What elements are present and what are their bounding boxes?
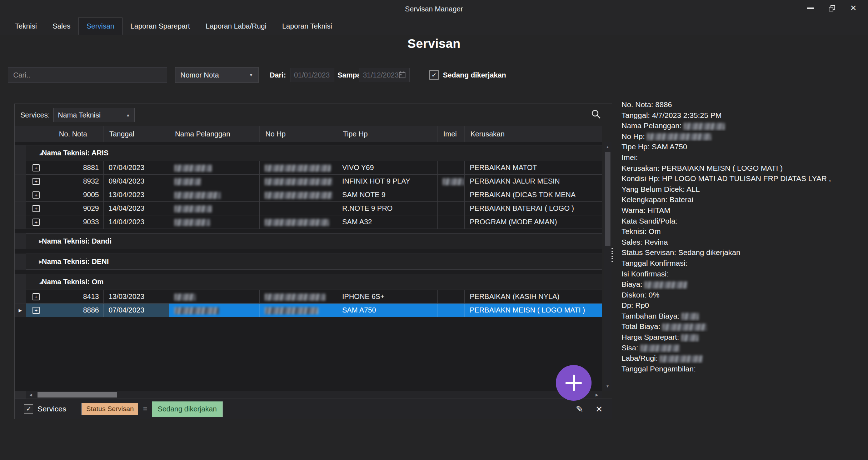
filter-field-badge[interactable]: Status Servisan xyxy=(81,403,138,415)
expand-icon[interactable]: ▶ xyxy=(39,239,43,244)
group-row[interactable]: ▶Nama Teknisi: Dandi xyxy=(15,233,602,249)
redacted-value xyxy=(174,165,212,172)
column-header-tanggal[interactable]: Tanggal xyxy=(104,126,169,142)
table-row[interactable]: +888107/04/2023VIVO Y69PERBAIKAN MATOT xyxy=(15,161,602,175)
date-from-value: 01/01/2023 xyxy=(294,71,330,79)
redacted-value xyxy=(647,133,711,140)
row-expand-button[interactable]: + xyxy=(26,202,53,215)
horizontal-scroll-thumb[interactable] xyxy=(38,392,117,398)
detail-line: Biaya: xyxy=(622,279,867,290)
column-header-kerusakan[interactable]: Kerusakan xyxy=(465,126,602,142)
table-row[interactable]: ▶+888607/04/2023SAM A750PERBAIAKN MEISN … xyxy=(15,304,602,317)
column-header-no-hp[interactable]: No Hp xyxy=(260,126,337,142)
edit-filter-icon[interactable]: ✎ xyxy=(576,404,583,414)
expand-plus-icon: + xyxy=(33,293,40,300)
row-expand-button[interactable]: + xyxy=(26,188,53,202)
redacted-value xyxy=(174,192,221,199)
redacted-value xyxy=(662,324,707,331)
row-indicator-cell xyxy=(15,254,26,270)
group-row[interactable]: ◢Nama Teknisi: Om xyxy=(15,274,602,290)
column-header-imei[interactable]: Imei xyxy=(438,126,465,142)
cell-kerusakan: PERBAIAKN MEISN ( LOGO MATI ) xyxy=(465,304,602,317)
status-filter-checkbox[interactable]: ✓ xyxy=(429,70,439,80)
group-row[interactable]: ▶Nama Teknisi: DENI xyxy=(15,254,602,270)
cell-imei xyxy=(438,304,465,317)
expand-plus-icon: + xyxy=(33,191,40,199)
cell-imei xyxy=(438,175,465,188)
row-expand-button[interactable]: + xyxy=(26,161,53,175)
redacted-value xyxy=(265,307,318,314)
table-row[interactable]: +903314/04/2023SAM A32PROGRAM (MODE AMAN… xyxy=(15,215,602,229)
group-by-chip[interactable]: Nama Teknisi ▲ xyxy=(53,108,135,122)
table-row[interactable]: +902914/04/2023R.NOTE 9 PROPERBAIAKN BAT… xyxy=(15,202,602,215)
collapse-icon[interactable]: ◢ xyxy=(39,150,43,156)
detail-line: Tanggal Pengambilan: xyxy=(622,364,867,374)
cell-imei xyxy=(438,188,465,202)
redacted-value xyxy=(174,178,201,185)
group-title: Nama Teknisi: Dandi xyxy=(42,237,111,245)
row-expand-button[interactable]: + xyxy=(26,175,53,188)
grid-search-button[interactable] xyxy=(590,109,601,121)
detail-line: Isi Konfirmasi: xyxy=(622,269,867,279)
detail-line: Total Biaya: xyxy=(622,321,867,332)
column-header-blank[interactable] xyxy=(15,126,26,142)
clear-filter-icon[interactable]: ✕ xyxy=(595,404,603,414)
redacted-value xyxy=(640,345,680,352)
scroll-right-icon[interactable]: ▶ xyxy=(592,391,602,399)
servisan-manager-window: Servisan Manager ✕ TeknisiSalesServisanL… xyxy=(0,0,868,460)
cell-no-hp xyxy=(260,215,337,229)
tab-laporan-laba-rugi[interactable]: Laporan Laba/Rugi xyxy=(198,19,274,35)
row-expand-button[interactable]: + xyxy=(26,304,53,317)
expand-plus-icon: + xyxy=(33,205,40,212)
vertical-scroll-thumb[interactable] xyxy=(605,152,610,246)
detail-line: Kelengkapan: Baterai xyxy=(622,194,867,205)
services-filter-label: Services xyxy=(38,405,66,413)
detail-line: Yang Belum Dicek: ALL xyxy=(622,184,867,195)
table-row[interactable]: +841313/03/2023IPHONE 6S+PERBAIKAN (KASI… xyxy=(15,290,602,304)
close-button[interactable]: ✕ xyxy=(845,0,862,16)
tab-laporan-sparepart[interactable]: Laporan Sparepart xyxy=(123,19,198,35)
scroll-left-icon[interactable]: ◀ xyxy=(26,391,35,399)
row-expand-button[interactable]: + xyxy=(26,290,53,304)
tab-laporan-teknisi[interactable]: Laporan Teknisi xyxy=(274,19,340,35)
row-expand-button[interactable]: + xyxy=(26,215,53,229)
horizontal-scrollbar[interactable]: ◀ ▶ xyxy=(15,391,602,399)
row-indicator-cell xyxy=(15,188,26,202)
table-row[interactable]: +900513/04/2023SAM NOTE 9PERBAIKAN (DICA… xyxy=(15,188,602,202)
cell-nama-pelanggan xyxy=(169,304,260,317)
column-header-tipe-hp[interactable]: Tipe Hp xyxy=(337,126,438,142)
group-header: ◢Nama Teknisi: ARIS xyxy=(26,145,602,161)
cell-kerusakan: PERBAIKAN MATOT xyxy=(465,161,602,175)
redacted-value xyxy=(443,178,465,185)
date-to-field[interactable]: 31/12/2023 xyxy=(359,68,410,82)
scroll-up-icon[interactable]: ▲ xyxy=(604,143,612,151)
add-button[interactable] xyxy=(556,365,592,401)
minimize-button[interactable] xyxy=(802,0,819,16)
tab-teknisi[interactable]: Teknisi xyxy=(7,19,45,35)
vertical-scrollbar[interactable]: ▲ ▼ xyxy=(604,142,612,391)
detail-line: Tanggal: 4/7/2023 2:35:25 PM xyxy=(622,110,867,121)
services-filter-checkbox[interactable]: ✓ xyxy=(24,404,33,414)
date-from-field[interactable]: 01/01/2023 xyxy=(290,68,334,82)
redacted-value xyxy=(644,281,687,289)
panel-splitter-handle[interactable] xyxy=(612,248,613,263)
restore-button[interactable] xyxy=(824,0,840,16)
search-input[interactable] xyxy=(8,67,167,83)
cell-no-nota: 8413 xyxy=(53,290,104,304)
cell-no-hp xyxy=(260,161,337,175)
tab-sales[interactable]: Sales xyxy=(45,19,78,35)
column-header-blank[interactable] xyxy=(26,126,53,142)
redacted-value xyxy=(681,334,698,341)
scroll-down-icon[interactable]: ▼ xyxy=(604,382,612,390)
filter-value-badge[interactable]: Sedang dikerjakan xyxy=(152,401,223,417)
row-indicator-cell xyxy=(15,202,26,215)
group-title: Nama Teknisi: DENI xyxy=(42,258,109,266)
column-header-no-nota[interactable]: No. Nota xyxy=(53,126,104,142)
group-row[interactable]: ◢Nama Teknisi: ARIS xyxy=(15,145,602,161)
filter-field-dropdown[interactable]: Nomor Nota ▼ xyxy=(175,67,259,83)
column-header-nama-pelanggan[interactable]: Nama Pelanggan xyxy=(169,126,260,142)
collapse-icon[interactable]: ◢ xyxy=(39,279,43,285)
table-row[interactable]: +893209/04/2023INFINIX HOT 9 PLAYPERBAIA… xyxy=(15,175,602,188)
tab-servisan[interactable]: Servisan xyxy=(78,18,123,35)
expand-icon[interactable]: ▶ xyxy=(39,259,43,264)
